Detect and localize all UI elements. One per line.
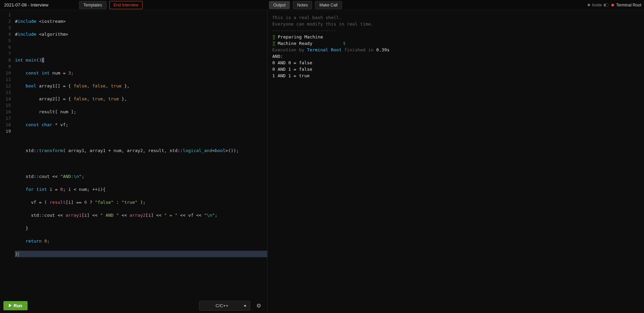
line-gutter: 12345678910111213141516171819	[0, 10, 14, 298]
center-tab-group: Output Notes Make Call	[268, 1, 343, 9]
make-call-button[interactable]: Make Call	[315, 1, 342, 9]
spinner-icon: ⣿	[272, 34, 276, 39]
templates-button[interactable]: Templates	[79, 1, 107, 9]
play-icon	[9, 304, 12, 307]
chevron-up-icon	[244, 305, 246, 307]
user-name: Terminal Root	[616, 3, 641, 7]
status-dot-icon	[611, 4, 614, 6]
output-separator: ------------------------	[272, 27, 639, 34]
output-exec-line: Execution by Terminal Root finished in 0…	[272, 47, 639, 53]
left-button-group: Templates End Interview	[78, 1, 144, 9]
output-line: AND:	[272, 53, 639, 60]
output-line: 0 AND 1 = false	[272, 66, 639, 72]
tab-notes[interactable]: Notes	[293, 1, 312, 9]
right-group: ✚ Invite Terminal Root	[587, 3, 641, 7]
session-title: 2021-07-08 - Interview	[3, 2, 48, 7]
output-line: 0 AND 0 = false	[272, 60, 639, 66]
code-content[interactable]: #include <iostream> #include <algorithm>…	[14, 10, 267, 298]
language-select[interactable]: C/C++	[199, 301, 250, 311]
spinner-icon: ⣿	[272, 41, 276, 46]
run-label: Run	[14, 303, 22, 308]
editor-footer: Run C/C++ ⚙	[0, 298, 267, 313]
output-intro-1: This is a real bash shell.	[272, 14, 639, 21]
tab-output[interactable]: Output	[269, 1, 290, 9]
editor-pane: 12345678910111213141516171819 #include <…	[0, 10, 268, 313]
toggle-icon	[603, 3, 609, 7]
main-area: 12345678910111213141516171819 #include <…	[0, 10, 644, 313]
gear-icon: ⚙	[256, 302, 261, 309]
top-bar: 2021-07-08 - Interview Templates End Int…	[0, 0, 644, 10]
code-area[interactable]: 12345678910111213141516171819 #include <…	[0, 10, 267, 298]
plus-icon: ✚	[587, 3, 591, 7]
language-label: C/C++	[215, 303, 228, 308]
run-button[interactable]: Run	[3, 301, 28, 310]
output-intro-2: Everyone can modify this in real time.	[272, 21, 639, 27]
output-ready: ⣿Machine Readyt	[272, 40, 639, 47]
cursor-icon	[18, 252, 19, 257]
invite-label: Invite	[592, 3, 602, 7]
output-line: 1 AND 1 = true	[272, 72, 639, 79]
end-interview-button[interactable]: End Interview	[109, 1, 143, 9]
output-preparing: ⣿Preparing Machine	[272, 34, 639, 40]
settings-button[interactable]: ⚙	[254, 300, 264, 311]
user-badge[interactable]: Terminal Root	[611, 3, 641, 7]
output-pane[interactable]: This is a real bash shell. Everyone can …	[268, 10, 644, 313]
invite-button[interactable]: ✚ Invite	[587, 3, 609, 7]
